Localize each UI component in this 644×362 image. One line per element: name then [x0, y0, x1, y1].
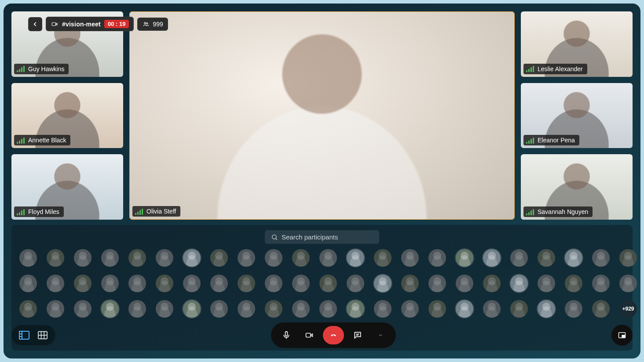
participant-avatar[interactable]: [374, 249, 392, 267]
participant-avatar[interactable]: [347, 300, 364, 318]
participant-avatar[interactable]: [538, 300, 555, 318]
participant-avatar[interactable]: [128, 275, 146, 292]
participant-avatar[interactable]: [401, 300, 419, 318]
participant-avatar[interactable]: [74, 300, 91, 318]
picture-in-picture-button[interactable]: [611, 325, 633, 346]
call-header: #vision-meet 00 : 19 999: [28, 17, 168, 31]
search-field[interactable]: [282, 233, 373, 241]
mute-button[interactable]: [277, 326, 296, 344]
participant-avatar[interactable]: [183, 275, 201, 292]
participant-count-pill[interactable]: 999: [137, 18, 168, 31]
participant-avatar[interactable]: [565, 275, 582, 292]
participant-avatar[interactable]: [374, 275, 392, 292]
participant-avatar[interactable]: [74, 249, 91, 267]
participant-avatar[interactable]: [292, 300, 310, 318]
participant-avatar[interactable]: [428, 249, 446, 267]
participant-avatar[interactable]: [510, 275, 528, 292]
participant-avatar[interactable]: [565, 249, 582, 267]
search-participants-input[interactable]: [265, 230, 379, 244]
participant-avatar[interactable]: [265, 275, 282, 292]
participant-avatar[interactable]: [592, 249, 610, 267]
grid-layout-button[interactable]: [37, 329, 48, 341]
participant-avatar[interactable]: [47, 275, 64, 292]
participant-avatar[interactable]: [183, 249, 201, 267]
participant-avatar[interactable]: [347, 249, 364, 267]
participant-avatar[interactable]: [619, 249, 637, 267]
participant-avatar[interactable]: [483, 300, 501, 318]
participant-avatar[interactable]: [456, 249, 473, 267]
back-button[interactable]: [28, 17, 42, 31]
participant-avatar[interactable]: [47, 249, 64, 267]
camera-icon: [304, 331, 314, 339]
participant-avatar[interactable]: [319, 275, 337, 292]
participant-avatar[interactable]: [156, 275, 173, 292]
overflow-count[interactable]: +929: [619, 300, 637, 318]
active-speaker-tile[interactable]: Olivia Steff: [129, 11, 515, 220]
participant-avatar[interactable]: [47, 300, 64, 318]
participant-avatar[interactable]: [483, 275, 501, 292]
participant-avatar[interactable]: [428, 275, 446, 292]
participant-avatar[interactable]: [238, 275, 255, 292]
participant-avatar[interactable]: [19, 300, 37, 318]
channel-pill[interactable]: #vision-meet 00 : 19: [46, 17, 134, 31]
participants-grid: +929: [19, 248, 625, 318]
call-timer: 00 : 19: [104, 20, 129, 28]
camera-button[interactable]: [300, 326, 318, 344]
participant-avatar[interactable]: [101, 249, 119, 267]
participant-avatar[interactable]: [101, 275, 119, 292]
participant-avatar[interactable]: [619, 275, 637, 292]
participant-avatar[interactable]: [538, 275, 555, 292]
svg-marker-1: [56, 23, 57, 25]
participant-avatar[interactable]: [210, 300, 228, 318]
participant-avatar[interactable]: [128, 249, 146, 267]
participant-avatar[interactable]: [510, 249, 528, 267]
svg-rect-7: [19, 331, 22, 339]
participant-avatar[interactable]: [401, 249, 419, 267]
video-tile[interactable]: Leslie Alexander: [521, 11, 633, 77]
participant-avatar[interactable]: [292, 249, 310, 267]
more-button[interactable]: [371, 326, 390, 344]
video-tile[interactable]: Eleanor Pena: [521, 83, 633, 148]
participant-avatar[interactable]: [183, 300, 201, 318]
participant-avatar[interactable]: [265, 249, 282, 267]
app-window: #vision-meet 00 : 19 999 Guy Hawkins: [4, 4, 640, 358]
participant-avatar[interactable]: [210, 249, 228, 267]
participant-avatar[interactable]: [456, 275, 473, 292]
participant-avatar[interactable]: [374, 300, 392, 318]
participant-avatar[interactable]: [128, 300, 146, 318]
participant-avatar[interactable]: [74, 275, 91, 292]
participant-avatar[interactable]: [156, 249, 173, 267]
participant-avatar[interactable]: [592, 275, 610, 292]
participant-avatar[interactable]: [347, 275, 364, 292]
participant-avatar[interactable]: [101, 300, 119, 318]
participant-avatar[interactable]: [510, 300, 528, 318]
participant-avatar[interactable]: [292, 275, 310, 292]
video-tile[interactable]: Floyd Miles: [11, 154, 123, 220]
video-tile[interactable]: Annette Black: [11, 83, 123, 148]
participant-avatar[interactable]: [19, 275, 37, 292]
speaker-layout-button[interactable]: [18, 329, 30, 341]
participant-avatar[interactable]: [483, 249, 501, 267]
chat-button[interactable]: [348, 326, 367, 344]
participant-avatar[interactable]: [565, 300, 582, 318]
participant-avatar[interactable]: [19, 249, 37, 267]
svg-marker-17: [311, 334, 313, 337]
end-call-icon: [328, 332, 339, 338]
participant-avatar[interactable]: [156, 300, 173, 318]
participant-avatar[interactable]: [538, 249, 555, 267]
active-speaker-name: Olivia Steff: [146, 208, 176, 215]
participant-avatar[interactable]: [456, 300, 473, 318]
participant-avatar[interactable]: [319, 249, 337, 267]
participant-avatar[interactable]: [592, 300, 610, 318]
participant-avatar[interactable]: [210, 275, 228, 292]
participant-avatar[interactable]: [319, 300, 337, 318]
main-column: Olivia Steff: [129, 11, 515, 220]
participant-avatar[interactable]: [428, 300, 446, 318]
participant-avatar[interactable]: [238, 249, 255, 267]
participant-avatar[interactable]: [238, 300, 255, 318]
participant-avatar[interactable]: [265, 300, 282, 318]
video-tile[interactable]: Savannah Nguyen: [521, 154, 633, 220]
tile-label: Guy Hawkins: [14, 64, 69, 74]
end-call-button[interactable]: [323, 326, 344, 344]
participant-avatar[interactable]: [401, 275, 419, 292]
